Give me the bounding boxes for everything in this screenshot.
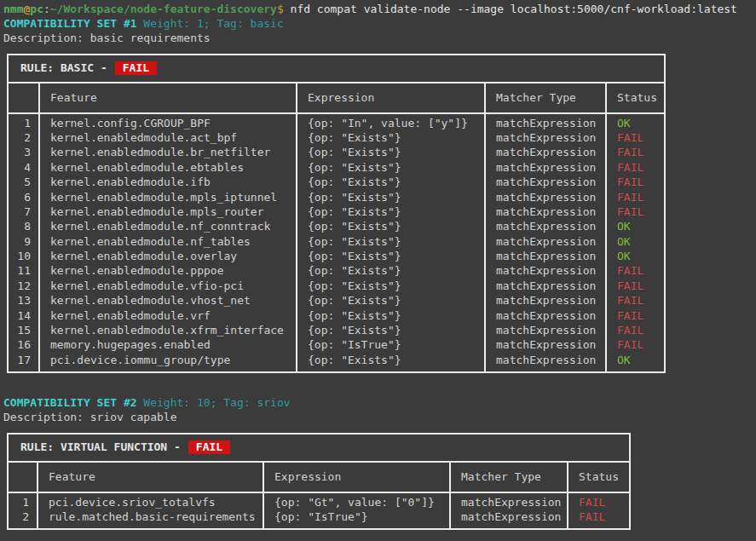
set-description: Description: basic requirements (3, 31, 756, 45)
column-header-matcher: Matcher Type (451, 463, 568, 492)
rule-header: RULE: BASIC -FAIL (9, 55, 664, 83)
prompt-path: ~/Workspace/node-feature-discovery (50, 3, 277, 15)
matcher-cell: matchExpression (486, 190, 605, 204)
row-number: 15 (9, 323, 38, 337)
feature-cell: pci.device.iommu_group/type (40, 353, 296, 367)
status-cell: FAIL (607, 160, 664, 175)
prompt-dollar: $ (277, 3, 291, 15)
table-column-expression: {op: "Gt", value: ["0"]}{op: "IsTrue"} (264, 493, 451, 529)
expression-cell: {op: "Exists"} (297, 308, 484, 323)
column-header-index (9, 463, 38, 492)
feature-cell: rule.matched.basic-requirements (38, 509, 263, 524)
table-body: 12pci.device.sriov_totalvfsrule.matched.… (9, 493, 629, 529)
row-number: 17 (9, 353, 38, 367)
table-header-row: FeatureExpressionMatcher TypeStatus (9, 83, 664, 114)
row-number: 1 (9, 116, 38, 130)
expression-cell: {op: "Exists"} (297, 204, 484, 219)
expression-cell: {op: "Exists"} (297, 175, 484, 189)
matcher-cell: matchExpression (451, 509, 567, 524)
row-number: 12 (9, 279, 38, 293)
row-number: 14 (9, 308, 38, 323)
row-number: 7 (9, 204, 38, 219)
row-number: 13 (9, 293, 38, 308)
row-number: 2 (9, 130, 38, 145)
set-title: COMPATIBILITY SET #2 (3, 396, 137, 409)
table-column-matcher: matchExpressionmatchExpression (451, 493, 568, 529)
feature-cell: kernel.enabledmodule.mpls_router (40, 204, 296, 219)
terminal-window[interactable]: nmm@pc:~/Workspace/node-feature-discover… (0, 0, 756, 541)
matcher-cell: matchExpression (486, 234, 605, 249)
feature-cell: kernel.enabledmodule.ifb (40, 175, 296, 189)
matcher-cell: matchExpression (486, 279, 605, 293)
status-cell: FAIL (607, 293, 664, 308)
table-column-matcher: matchExpressionmatchExpressionmatchExpre… (486, 114, 607, 372)
feature-cell: memory.hugepages.enabled (40, 337, 296, 352)
feature-cell: kernel.enabledmodule.vrf (40, 308, 296, 323)
status-cell: FAIL (607, 204, 664, 219)
expression-cell: {op: "Exists"} (297, 249, 484, 263)
expression-cell: {op: "Exists"} (297, 190, 484, 204)
table-column-num: 12 (9, 493, 38, 529)
matcher-cell: matchExpression (486, 175, 605, 189)
feature-cell: kernel.enabledmodule.vhost_net (40, 293, 296, 308)
matcher-cell: matchExpression (486, 145, 605, 159)
matcher-cell: matchExpression (486, 204, 605, 219)
status-cell: OK (607, 116, 664, 130)
column-header-expression: Expression (264, 463, 451, 492)
feature-cell: kernel.enabledmodule.vfio-pci (40, 279, 296, 293)
status-cell: FAIL (607, 145, 664, 159)
set-heading-line: COMPATIBILITY SET #1 Weight: 1; Tag: bas… (3, 16, 756, 31)
column-header-status: Status (568, 463, 629, 492)
status-cell: FAIL (607, 323, 664, 337)
feature-cell: kernel.enabledmodule.xfrm_interface (40, 323, 296, 337)
expression-cell: {op: "Exists"} (297, 293, 484, 308)
expression-cell: {op: "IsTrue"} (297, 337, 484, 352)
table-column-feature: kernel.config.CGROUP_BPFkernel.enabledmo… (40, 114, 297, 372)
status-cell: OK (607, 353, 664, 367)
status-cell: FAIL (607, 337, 664, 352)
status-cell: FAIL (568, 495, 629, 509)
expression-cell: {op: "IsTrue"} (264, 509, 449, 524)
row-number: 11 (9, 263, 38, 278)
column-header-expression: Expression (297, 83, 486, 112)
prompt-colon: : (43, 3, 50, 15)
table-body: 1234567891011121314151617kernel.config.C… (9, 114, 664, 372)
column-header-matcher: Matcher Type (486, 83, 607, 112)
feature-cell: kernel.enabledmodule.pppoe (40, 263, 296, 278)
column-header-feature: Feature (38, 463, 264, 492)
compatibility-set: COMPATIBILITY SET #1 Weight: 1; Tag: bas… (3, 16, 756, 373)
expression-cell: {op: "Exists"} (297, 234, 484, 249)
expression-cell: {op: "Exists"} (297, 353, 484, 367)
rule-label: RULE: VIRTUAL FUNCTION - (20, 440, 181, 453)
status-cell: FAIL (607, 190, 664, 204)
feature-cell: kernel.enabledmodule.overlay (40, 249, 296, 263)
status-cell: OK (607, 249, 664, 263)
feature-cell: kernel.enabledmodule.br_netfilter (40, 145, 296, 159)
set-heading-line: COMPATIBILITY SET #2 Weight: 10; Tag: sr… (3, 395, 756, 410)
expression-cell: {op: "Exists"} (297, 130, 484, 145)
rule-header: RULE: VIRTUAL FUNCTION -FAIL (9, 435, 629, 463)
matcher-cell: matchExpression (486, 160, 605, 175)
matcher-cell: matchExpression (486, 249, 605, 263)
table-column-feature: pci.device.sriov_totalvfsrule.matched.ba… (38, 493, 264, 529)
set-meta: Weight: 10; Tag: sriov (137, 396, 291, 409)
set-title: COMPATIBILITY SET #1 (3, 17, 137, 30)
feature-cell: kernel.enabledmodule.nf_tables (40, 234, 296, 249)
feature-cell: kernel.enabledmodule.nf_conntrack (40, 219, 296, 233)
row-number: 8 (9, 219, 38, 233)
rule-status-badge: FAIL (188, 440, 230, 454)
matcher-cell: matchExpression (486, 337, 605, 352)
matcher-cell: matchExpression (486, 116, 605, 130)
expression-cell: {op: "Exists"} (297, 279, 484, 293)
expression-cell: {op: "Exists"} (297, 323, 484, 337)
matcher-cell: matchExpression (486, 323, 605, 337)
row-number: 5 (9, 175, 38, 189)
rule-label: RULE: BASIC - (20, 61, 107, 74)
expression-cell: {op: "Gt", value: ["0"]} (264, 495, 449, 509)
expression-cell: {op: "Exists"} (297, 263, 484, 278)
status-cell: FAIL (607, 308, 664, 323)
matcher-cell: matchExpression (486, 293, 605, 308)
matcher-cell: matchExpression (486, 130, 605, 145)
expression-cell: {op: "Exists"} (297, 219, 484, 233)
compatibility-sets-container: COMPATIBILITY SET #1 Weight: 1; Tag: bas… (3, 16, 756, 530)
